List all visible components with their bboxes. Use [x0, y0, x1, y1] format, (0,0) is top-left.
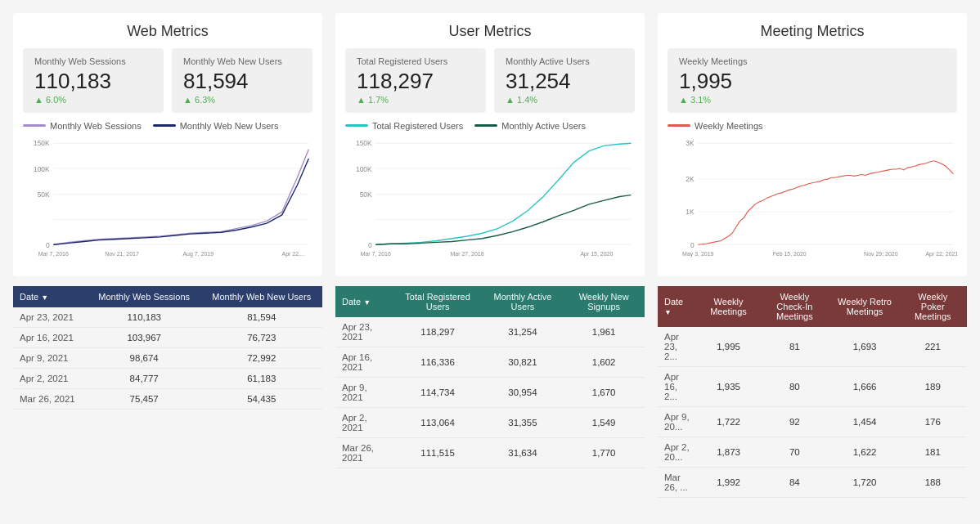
table-row: Apr 23, 2021110,18381,594	[13, 307, 322, 328]
table-cell: Apr 9, 2021	[13, 347, 88, 368]
table-cell: 1,670	[563, 377, 645, 407]
table-cell: 1,995	[699, 327, 758, 367]
meeting-th-checkin[interactable]: Weekly Check-In Meetings	[758, 286, 830, 327]
table-cell: 221	[898, 327, 967, 367]
web-legend-new-users: Monthly Web New Users	[153, 121, 279, 131]
web-data-table: Date ▼ Monthly Web Sessions Monthly Web …	[13, 286, 322, 410]
user-th-active[interactable]: Monthly Active Users	[483, 286, 564, 317]
web-th-new-users[interactable]: Monthly Web New Users	[200, 286, 322, 307]
svg-text:2K: 2K	[686, 174, 695, 182]
table-row: Mar 26, 202175,45754,435	[13, 388, 322, 409]
web-metrics-section: Web Metrics Monthly Web Sessions 110,183…	[13, 13, 322, 276]
metrics-row: Web Metrics Monthly Web Sessions 110,183…	[13, 13, 967, 276]
meeting-metrics-section: Meeting Metrics Weekly Meetings 1,995 3.…	[658, 13, 967, 276]
meeting-legend-weekly: Weekly Meetings	[668, 121, 763, 131]
table-cell: Apr 23, 2021	[335, 317, 393, 347]
user-metrics-section: User Metrics Total Registered Users 118,…	[335, 13, 645, 276]
monthly-active-change: 1.4%	[506, 95, 623, 105]
user-table-container: Date ▼ Total Registered Users Monthly Ac…	[335, 286, 645, 498]
table-cell: 98,674	[88, 347, 201, 368]
table-row: Apr 9, 2021114,73430,9541,670	[335, 377, 645, 407]
user-th-date[interactable]: Date ▼	[335, 286, 393, 317]
web-chart: 150K 100K 50K 0 Mar 7, 2016 Jan 13, 2017…	[23, 136, 312, 266]
table-cell: 1,602	[563, 347, 645, 377]
svg-text:Mar 7, 2016: Mar 7, 2016	[38, 251, 69, 257]
web-new-users-value: 81,594	[183, 69, 301, 93]
table-cell: 116,336	[393, 347, 483, 377]
table-cell: Apr 2, 2021	[13, 368, 88, 388]
table-cell: 1,666	[831, 366, 899, 406]
monthly-active-kpi: Monthly Active Users 31,254 1.4%	[494, 48, 635, 113]
total-users-change: 1.7%	[357, 95, 474, 105]
svg-text:1K: 1K	[686, 208, 695, 216]
table-cell: 1,961	[563, 317, 645, 347]
svg-text:100K: 100K	[356, 164, 372, 172]
table-cell: Apr 16, 2021	[335, 347, 393, 377]
table-cell: 1,454	[831, 406, 899, 437]
table-cell: Apr 23, 2...	[658, 327, 699, 367]
table-cell: 110,183	[88, 307, 201, 328]
table-cell: Apr 2, 20...	[658, 437, 699, 467]
table-row: Apr 2, 2021113,06431,3551,549	[335, 407, 645, 437]
table-cell: Mar 26, ...	[658, 467, 699, 497]
weekly-meetings-change: 3.1%	[679, 95, 946, 105]
table-cell: 84,777	[88, 368, 201, 388]
user-chart-svg: 150K 100K 50K 0 Mar 7, 2016 Mar 17, 2017…	[345, 136, 635, 258]
meeting-metrics-title: Meeting Metrics	[668, 23, 957, 40]
meeting-chart-legend: Weekly Meetings	[668, 121, 957, 131]
table-cell: Apr 16, 2...	[658, 366, 699, 406]
monthly-active-label: Monthly Active Users	[506, 56, 623, 66]
user-chart: 150K 100K 50K 0 Mar 7, 2016 Mar 17, 2017…	[345, 136, 635, 266]
table-cell: 31,634	[483, 437, 564, 468]
dashboard: Web Metrics Monthly Web Sessions 110,183…	[0, 0, 980, 511]
total-users-value: 118,297	[357, 69, 474, 93]
table-cell: 54,435	[200, 388, 322, 409]
web-sessions-label: Monthly Web Sessions	[34, 56, 152, 66]
date-sort-icon: ▼	[41, 293, 48, 302]
web-new-users-change: 6.3%	[183, 95, 301, 105]
table-cell: 84	[758, 467, 830, 497]
user-legend-active-label: Monthly Active Users	[501, 121, 586, 131]
table-row: Apr 9, 20...1,722921,454176	[658, 406, 967, 437]
table-cell: Apr 9, 2021	[335, 377, 393, 407]
table-row: Apr 2, 20...1,873701,622181	[658, 437, 967, 467]
table-row: Apr 16, 2021116,33630,8211,602	[335, 347, 645, 377]
table-cell: 1,720	[831, 467, 899, 497]
web-th-date[interactable]: Date ▼	[13, 286, 88, 307]
table-cell: 188	[898, 467, 967, 497]
user-chart-legend: Total Registered Users Monthly Active Us…	[345, 121, 635, 131]
table-row: Apr 23, 2...1,995811,693221	[658, 327, 967, 367]
table-cell: 80	[758, 366, 830, 406]
svg-text:100K: 100K	[34, 164, 50, 172]
meeting-th-date[interactable]: Date ▼	[658, 286, 699, 327]
meeting-date-sort-icon: ▼	[664, 308, 672, 316]
table-cell: 176	[898, 406, 967, 437]
svg-text:150K: 150K	[356, 139, 372, 147]
weekly-meetings-value: 1,995	[679, 69, 946, 93]
svg-text:Mar 7, 2016: Mar 7, 2016	[361, 251, 391, 257]
web-legend-new-users-line	[153, 124, 176, 127]
table-row: Apr 16, 2021103,96776,723	[13, 327, 322, 347]
meeting-th-weekly[interactable]: Weekly Meetings	[699, 286, 758, 327]
table-cell: 1,992	[699, 467, 758, 497]
web-chart-legend: Monthly Web Sessions Monthly Web New Use…	[23, 121, 312, 131]
table-cell: 1,770	[563, 437, 645, 468]
web-metrics-title: Web Metrics	[23, 23, 312, 40]
table-cell: 61,183	[200, 368, 322, 388]
web-th-sessions[interactable]: Monthly Web Sessions	[88, 286, 201, 307]
user-th-total[interactable]: Total Registered Users	[393, 286, 483, 317]
table-cell: 1,622	[831, 437, 899, 467]
meeting-th-poker[interactable]: Weekly Poker Meetings	[898, 286, 967, 327]
tables-row: Date ▼ Monthly Web Sessions Monthly Web …	[13, 286, 967, 498]
svg-text:Apr 15, 2020: Apr 15, 2020	[580, 251, 613, 258]
table-cell: 189	[898, 366, 967, 406]
svg-text:50K: 50K	[38, 190, 50, 198]
web-legend-new-users-label: Monthly Web New Users	[180, 121, 279, 131]
meeting-th-retro[interactable]: Weekly Retro Meetings	[831, 286, 899, 327]
table-cell: 181	[898, 437, 967, 467]
web-new-users-label: Monthly Web New Users	[183, 56, 301, 66]
table-cell: 70	[758, 437, 830, 467]
user-th-signups[interactable]: Weekly New Signups	[563, 286, 645, 317]
table-cell: 72,992	[200, 347, 322, 368]
svg-text:Nov 21, 2017: Nov 21, 2017	[105, 251, 139, 257]
